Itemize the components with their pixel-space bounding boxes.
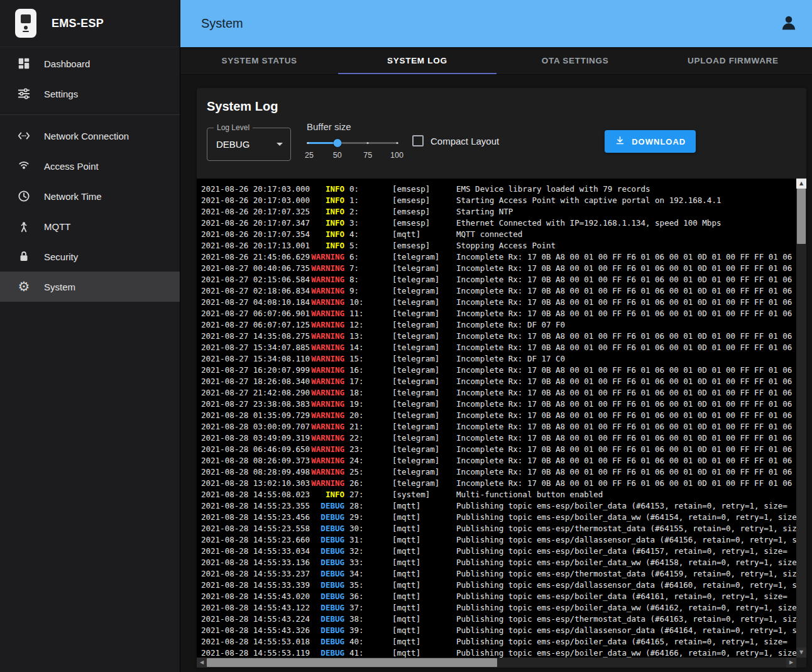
sidebar-divider <box>0 114 180 115</box>
user-avatar[interactable] <box>778 13 799 35</box>
log-row: 2021-08-28 14:55:23.456DEBUG29:[mqtt]Pub… <box>201 512 796 523</box>
log-row: 2021-08-26 20:17:03.000INFO0:[emsesp]EMS… <box>201 184 796 195</box>
checkbox-icon <box>412 135 424 146</box>
buffer-size-label: Buffer size <box>307 121 398 132</box>
log-lines: 2021-08-26 20:17:03.000INFO0:[emsesp]EMS… <box>197 179 796 658</box>
log-row: 2021-08-27 16:20:07.999WARNING16:[telegr… <box>201 365 796 376</box>
log-row: 2021-08-28 14:55:43.020DEBUG36:[mqtt]Pub… <box>201 591 796 602</box>
sidebar-item-label: Network Connection <box>44 131 129 141</box>
log-level-select[interactable]: Log Level DEBUG <box>207 128 291 161</box>
log-row: 2021-08-27 04:08:10.184WARNING10:[telegr… <box>201 297 796 308</box>
log-row: 2021-08-27 23:38:08.383WARNING19:[telegr… <box>201 399 796 410</box>
log-row: 2021-08-28 14:55:33.034DEBUG32:[mqtt]Pub… <box>201 546 796 557</box>
log-row: 2021-08-28 06:46:09.650WARNING23:[telegr… <box>201 444 796 455</box>
sidebar-item-label: Access Point <box>44 161 99 172</box>
slider-mark-label: 100 <box>390 151 403 160</box>
log-row: 2021-08-27 18:26:08.340WARNING17:[telegr… <box>201 376 796 387</box>
scroll-down-button[interactable]: ▼ <box>796 647 806 658</box>
log-row: 2021-08-28 14:55:43.122DEBUG37:[mqtt]Pub… <box>201 602 796 614</box>
log-row: 2021-08-27 00:40:06.735WARNING7:[telegra… <box>201 263 796 274</box>
system-log-card: System Log Log Level DEBUG Buffer size <box>197 88 806 668</box>
tab-ota-settings[interactable]: OTA SETTINGS <box>497 47 654 74</box>
ethernet-icon <box>16 128 31 143</box>
log-row: 2021-08-28 14:55:43.224DEBUG38:[mqtt]Pub… <box>201 614 796 625</box>
horizontal-scrollbar[interactable]: ◀ ▶ <box>197 658 796 668</box>
log-row: 2021-08-28 14:55:33.237DEBUG34:[mqtt]Pub… <box>201 568 796 580</box>
tab-upload-firmware[interactable]: UPLOAD FIRMWARE <box>654 47 812 74</box>
log-row: 2021-08-26 20:17:13.001INFO5:[emsesp]Sto… <box>201 240 796 251</box>
log-row: 2021-08-27 06:07:07.125WARNING12:[telegr… <box>201 319 796 331</box>
log-row: 2021-08-28 14:55:33.339DEBUG35:[mqtt]Pub… <box>201 580 796 591</box>
tune-icon <box>16 86 31 101</box>
download-icon <box>615 135 625 148</box>
log-row: 2021-08-26 20:17:07.325INFO2:[emsesp]Sta… <box>201 206 796 218</box>
log-row: 2021-08-27 02:15:06.584WARNING8:[telegra… <box>201 274 796 285</box>
log-row: 2021-08-28 14:55:23.355DEBUG28:[mqtt]Pub… <box>201 500 796 512</box>
buffer-size-slider[interactable] <box>307 138 398 148</box>
slider-mark-labels: 25 50 75 100 <box>307 151 398 161</box>
slider-mark-label: 75 <box>363 151 372 160</box>
log-row: 2021-08-28 14:55:23.558DEBUG30:[mqtt]Pub… <box>201 523 796 534</box>
sidebar-item-label: Dashboard <box>44 58 90 69</box>
sidebar-item-network-time[interactable]: Network Time <box>0 181 180 211</box>
sidebar-header: EMS-ESP <box>0 0 180 47</box>
log-row: 2021-08-27 14:35:08.275WARNING13:[telegr… <box>201 331 796 342</box>
slider-mark <box>397 142 398 144</box>
horizontal-scrollbar-thumb[interactable] <box>207 658 497 667</box>
sidebar-item-label: Settings <box>44 89 78 99</box>
log-row: 2021-08-27 21:42:08.290WARNING18:[telegr… <box>201 387 796 399</box>
account-icon <box>779 13 798 34</box>
sidebar-item-network-connection[interactable]: Network Connection <box>0 121 180 151</box>
scroll-up-button[interactable]: ▲ <box>796 179 806 189</box>
log-level-label: Log Level <box>214 123 253 132</box>
scroll-right-button[interactable]: ▶ <box>786 658 796 668</box>
vertical-scrollbar-thumb[interactable] <box>797 189 806 244</box>
top-bar: System <box>180 0 812 47</box>
clock-icon <box>16 189 31 204</box>
system-log-header: System Log Log Level DEBUG Buffer size <box>197 88 806 175</box>
tab-system-log[interactable]: SYSTEM LOG <box>338 47 496 74</box>
slider-mark-label: 25 <box>305 151 314 160</box>
log-row: 2021-08-28 14:55:53.119DEBUG41:[mqtt]Pub… <box>201 647 796 658</box>
chevron-down-icon <box>277 143 283 146</box>
download-button[interactable]: DOWNLOAD <box>605 130 696 153</box>
main-area: System SYSTEM STATUS SYSTEM LOG OTA SETT… <box>180 0 812 672</box>
log-row: 2021-08-28 14:55:08.023INFO27:[system]Mu… <box>201 489 796 500</box>
sidebar-item-mqtt[interactable]: MQTT <box>0 211 180 241</box>
panel-title: System Log <box>207 99 791 114</box>
sidebar-item-dashboard[interactable]: Dashboard <box>0 48 180 79</box>
buffer-size-group: Buffer size 25 <box>307 121 398 161</box>
sidebar-item-label: Network Time <box>44 191 102 202</box>
app-title: EMS-ESP <box>52 17 104 30</box>
app-logo-icon <box>15 9 36 38</box>
download-label: DOWNLOAD <box>632 137 686 146</box>
log-row: 2021-08-28 08:26:09.373WARNING24:[telegr… <box>201 455 796 466</box>
log-row: 2021-08-26 21:45:06.629WARNING6:[telegra… <box>201 251 796 263</box>
log-controls: Log Level DEBUG Buffer size <box>207 121 791 175</box>
log-row: 2021-08-26 20:17:03.000INFO1:[emsesp]Sta… <box>201 195 796 206</box>
slider-thumb[interactable] <box>333 139 341 147</box>
sidebar-item-access-point[interactable]: Access Point <box>0 151 180 181</box>
log-row: 2021-08-28 03:00:09.707WARNING21:[telegr… <box>201 421 796 432</box>
scroll-left-button[interactable]: ◀ <box>197 658 207 668</box>
lock-icon <box>16 249 31 264</box>
gear-icon: ⚙ <box>16 279 31 294</box>
sidebar-nav: Dashboard Settings <box>0 47 180 302</box>
log-row: 2021-08-27 06:07:06.901WARNING11:[telegr… <box>201 308 796 319</box>
log-console: 2021-08-26 20:17:03.000INFO0:[emsesp]EMS… <box>197 179 806 668</box>
compact-layout-checkbox[interactable]: Compact Layout <box>412 135 499 146</box>
log-row: 2021-08-26 20:17:07.354INFO4:[mqtt]MQTT … <box>201 229 796 240</box>
sidebar-item-label: MQTT <box>44 221 71 232</box>
log-row: 2021-08-28 03:49:09.319WARNING22:[telegr… <box>201 432 796 444</box>
sidebar-item-settings[interactable]: Settings <box>0 79 180 109</box>
log-row: 2021-08-28 14:55:23.660DEBUG31:[mqtt]Pub… <box>201 534 796 546</box>
tab-system-status[interactable]: SYSTEM STATUS <box>180 47 338 74</box>
sidebar-item-security[interactable]: Security <box>0 241 180 272</box>
slider-mark <box>307 142 309 144</box>
log-row: 2021-08-28 14:55:33.136DEBUG33:[mqtt]Pub… <box>201 557 796 568</box>
vertical-scrollbar[interactable]: ▲ ▼ <box>796 179 806 658</box>
compact-layout-label: Compact Layout <box>431 136 499 146</box>
log-row: 2021-08-26 20:17:07.347INFO3:[emsesp]Eth… <box>201 218 796 229</box>
content-area: System Log Log Level DEBUG Buffer size <box>180 74 812 672</box>
sidebar-item-system[interactable]: ⚙ System <box>0 272 180 302</box>
